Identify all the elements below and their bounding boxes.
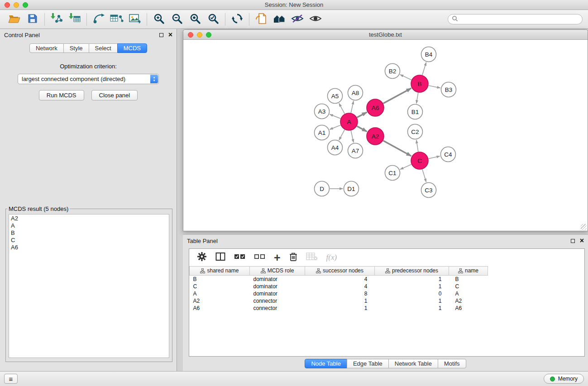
zoom-in-button[interactable]	[150, 11, 168, 28]
graph-node-C2[interactable]: C2	[408, 124, 423, 139]
column-header-MCDS-role[interactable]: MCDS role	[250, 267, 305, 276]
window-resize-grip[interactable]	[581, 224, 587, 230]
table-row[interactable]: A2connector11A2	[190, 297, 584, 305]
graph-node-A[interactable]: A	[340, 113, 358, 130]
graph-node-A6[interactable]: A6	[367, 99, 384, 116]
graph-edge-C-C3[interactable]	[422, 169, 426, 182]
result-item[interactable]: C	[11, 237, 167, 244]
graph-edge-A-A1[interactable]	[330, 125, 340, 129]
graph-node-B1[interactable]: B1	[408, 105, 423, 119]
minimize-window-button[interactable]	[14, 2, 19, 8]
graph-node-A4[interactable]: A4	[328, 140, 343, 155]
graph-edge-A-A2[interactable]	[357, 126, 367, 132]
graph-node-B[interactable]: B	[411, 75, 428, 92]
table-tab-network-table[interactable]: Network Table	[388, 359, 438, 368]
control-tab-style[interactable]: Style	[63, 43, 89, 53]
zoom-window-button[interactable]	[23, 2, 28, 8]
control-tab-mcds[interactable]: MCDS	[117, 43, 147, 53]
save-session-button[interactable]	[24, 11, 42, 28]
table-tab-motifs[interactable]: Motifs	[438, 359, 466, 368]
close-table-panel-icon[interactable]: ×	[580, 237, 584, 244]
mcds-result-list[interactable]: A2ABCA6	[9, 214, 169, 358]
graph-node-A2[interactable]: A2	[367, 128, 384, 145]
export-image-button[interactable]	[126, 11, 144, 28]
graph-node-C3[interactable]: C3	[421, 183, 436, 198]
graph-node-B3[interactable]: B3	[441, 82, 456, 97]
control-tab-network[interactable]: Network	[29, 43, 64, 53]
column-header-predecessor-nodes[interactable]: predecessor nodes	[375, 267, 449, 276]
task-history-button[interactable]: ≡	[4, 374, 18, 384]
column-header-name[interactable]: name	[449, 267, 488, 276]
graph-edge-C-C2[interactable]	[416, 140, 418, 152]
result-item[interactable]: A6	[11, 244, 167, 251]
graph-node-C[interactable]: C	[411, 152, 428, 169]
graph-edge-A-A4[interactable]	[339, 130, 345, 140]
graph-edge-B-B3[interactable]	[429, 86, 440, 88]
float-panel-icon[interactable]	[159, 33, 163, 37]
refresh-view-button[interactable]	[228, 11, 246, 28]
zoom-selected-button[interactable]	[204, 11, 222, 28]
graph-node-A7[interactable]: A7	[348, 143, 363, 158]
graph-node-A8[interactable]: A8	[348, 86, 363, 100]
zoom-fit-button[interactable]	[186, 11, 204, 28]
select-all-button[interactable]	[234, 253, 245, 262]
network-canvas-area[interactable]: B4B2BB3A5A8A6B1A3AC2A1A2A4A7C4CC1C3DD1	[183, 40, 588, 231]
home-view-button[interactable]	[270, 11, 288, 28]
zoom-network-window-button[interactable]	[206, 32, 211, 38]
minimize-network-window-button[interactable]	[197, 32, 202, 38]
table-row[interactable]: Cdominator41C	[190, 283, 584, 290]
graph-edge-A-A7[interactable]	[351, 131, 354, 143]
graph-edge-B-B4[interactable]	[422, 62, 426, 75]
graph-node-A3[interactable]: A3	[315, 104, 330, 119]
delete-column-button[interactable]	[289, 252, 297, 263]
graph-edge-A-A6[interactable]	[357, 112, 367, 118]
graph-edge-C-C4[interactable]	[429, 156, 440, 159]
graph-edge-B-B2[interactable]	[400, 75, 411, 80]
zoom-out-button[interactable]	[168, 11, 186, 28]
column-header-shared-name[interactable]: shared name	[190, 267, 250, 276]
network-canvas[interactable]: B4B2BB3A5A8A6B1A3AC2A1A2A4A7C4CC1C3DD1	[183, 40, 588, 231]
graph-edge-B-B1[interactable]	[416, 93, 418, 104]
graph-edge-A-A3[interactable]	[330, 114, 340, 119]
graph-node-B4[interactable]: B4	[421, 47, 436, 62]
graph-node-A5[interactable]: A5	[328, 89, 343, 104]
column-chooser-button[interactable]	[215, 252, 225, 263]
table-settings-button[interactable]	[197, 252, 207, 263]
criterion-dropdown[interactable]: largest connected component (directed) ▲…	[18, 74, 159, 84]
float-table-panel-icon[interactable]	[571, 239, 575, 243]
graph-node-C4[interactable]: C4	[441, 147, 456, 162]
search-input[interactable]	[460, 15, 578, 23]
close-network-window-button[interactable]	[188, 32, 193, 38]
graph-edge-A2-C[interactable]	[383, 141, 411, 156]
close-panel-icon[interactable]: ×	[168, 31, 172, 38]
new-network-button[interactable]	[90, 11, 108, 28]
graph-edge-A-A5[interactable]	[339, 103, 345, 114]
network-table-button[interactable]	[108, 11, 126, 28]
close-panel-button[interactable]: Close panel	[91, 90, 138, 100]
memory-button[interactable]: Memory	[544, 374, 584, 384]
graph-node-D1[interactable]: D1	[344, 181, 359, 196]
graph-edge-A6-B[interactable]	[383, 88, 411, 103]
result-item[interactable]: A	[11, 222, 167, 229]
add-column-button[interactable]: +	[274, 252, 281, 263]
run-mcds-button[interactable]: Run MCDS	[39, 90, 84, 100]
close-window-button[interactable]	[5, 2, 10, 8]
birdseye-view-button[interactable]	[306, 11, 325, 28]
graph-node-B2[interactable]: B2	[385, 64, 400, 79]
open-session-button[interactable]	[5, 11, 24, 28]
graph-edge-C-C1[interactable]	[400, 164, 411, 169]
column-header-successor-nodes[interactable]: successor nodes	[305, 267, 375, 276]
graph-edge-A-A8[interactable]	[351, 101, 354, 113]
result-item[interactable]: A2	[11, 215, 167, 222]
result-item[interactable]: B	[11, 229, 167, 237]
table-row[interactable]: A6connector11A6	[190, 305, 584, 312]
control-tab-select[interactable]: Select	[89, 43, 118, 53]
import-table-button[interactable]	[66, 11, 84, 28]
graph-node-C1[interactable]: C1	[385, 166, 400, 181]
import-network-button[interactable]	[48, 11, 66, 28]
toggle-details-button[interactable]	[288, 11, 306, 28]
graph-node-D[interactable]: D	[315, 181, 330, 196]
table-tab-node-table[interactable]: Node Table	[305, 359, 347, 368]
table-row[interactable]: Adominator80A	[190, 290, 584, 297]
table-tab-edge-table[interactable]: Edge Table	[347, 359, 389, 368]
